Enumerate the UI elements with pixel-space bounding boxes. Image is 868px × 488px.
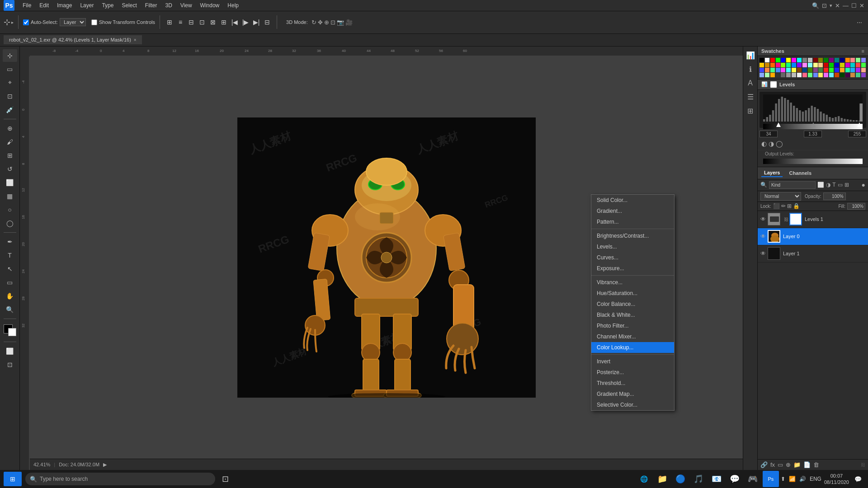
swatch-item[interactable] <box>770 63 775 67</box>
swatch-item[interactable] <box>840 58 844 62</box>
menu-select[interactable]: Select <box>118 1 140 9</box>
swatch-item[interactable] <box>818 73 823 77</box>
network-icon[interactable]: 📶 <box>789 476 796 482</box>
swatch-item[interactable] <box>813 58 818 62</box>
context-menu-item[interactable]: Levels... <box>591 241 674 252</box>
status-arrow-btn[interactable]: ▶ <box>103 462 107 468</box>
dodge-tool[interactable]: ◯ <box>3 217 17 230</box>
layer-item-levels1[interactable]: 👁 ⛓ Levels 1 <box>758 211 868 228</box>
panel-histogram-icon[interactable]: 📊 <box>745 50 756 61</box>
swatch-item[interactable] <box>861 68 866 72</box>
context-menu-item[interactable]: Selective Color... <box>591 399 674 410</box>
crop-tool[interactable]: ⊡ <box>3 90 17 103</box>
shape-filter-icon[interactable]: ▭ <box>838 182 843 188</box>
layer-effects-btn[interactable]: fx <box>770 461 775 468</box>
close-icon[interactable]: ✕ <box>835 2 840 9</box>
swatch-item[interactable] <box>781 58 785 62</box>
maximize-icon[interactable]: ☐ <box>851 2 857 9</box>
quick-mask-btn[interactable]: ⬜ <box>3 345 17 357</box>
ps-taskbar-icon[interactable]: Ps <box>763 471 779 487</box>
context-menu-item[interactable]: Brightness/Contrast... <box>591 230 674 241</box>
task-view-btn[interactable]: ⊡ <box>217 471 233 487</box>
chrome-taskbar-icon[interactable]: 🔵 <box>672 471 689 487</box>
swatch-item[interactable] <box>818 68 823 72</box>
swatch-item[interactable] <box>813 63 818 67</box>
move-tool-icon[interactable]: ⊹ <box>4 17 10 27</box>
menu-view[interactable]: View <box>177 1 196 9</box>
align-center-v-btn[interactable]: ⊠ <box>208 17 218 27</box>
menu-image[interactable]: Image <box>53 1 75 9</box>
3d-rotate-icon[interactable]: ↻ <box>311 19 316 26</box>
smart-filter-icon[interactable]: ⊞ <box>844 182 849 188</box>
menu-filter[interactable]: Filter <box>142 1 161 9</box>
foreground-background-colors[interactable] <box>3 324 17 337</box>
3d-roll-icon[interactable]: ⊕ <box>324 19 329 26</box>
levels-mid-input[interactable]: 1.33 <box>804 131 822 137</box>
eyedropper-tool[interactable]: 💉 <box>3 103 17 116</box>
levels-black-input[interactable]: 34 <box>760 131 778 137</box>
swatch-item[interactable] <box>835 68 839 72</box>
swatch-item[interactable] <box>802 73 807 77</box>
filter-toggle-btn[interactable]: ● <box>862 181 865 188</box>
swatch-item[interactable] <box>786 73 791 77</box>
levels-white-input[interactable]: 255 <box>848 131 866 137</box>
context-menu-item[interactable]: Channel Mixer... <box>591 331 674 342</box>
search-icon[interactable]: 🔍 <box>812 2 819 9</box>
align-bottom-btn[interactable]: ⊞ <box>219 17 229 27</box>
menu-help[interactable]: Help <box>224 1 242 9</box>
swatch-item[interactable] <box>802 68 807 72</box>
workspace-icon[interactable]: ⊡ <box>822 2 827 9</box>
swatch-item[interactable] <box>765 73 769 77</box>
swatch-item[interactable] <box>802 58 807 62</box>
new-fill-layer-btn[interactable]: ⊕ <box>786 461 791 468</box>
lock-position-btn[interactable]: ✏ <box>781 203 786 209</box>
explorer-taskbar-icon[interactable]: 📁 <box>654 471 670 487</box>
new-group-btn[interactable]: 📁 <box>793 461 801 468</box>
hand-tool[interactable]: ✋ <box>3 290 17 302</box>
document-tab[interactable]: robot_v2_02_1.exr @ 42.4% (Levels 1, Lay… <box>4 35 142 44</box>
delete-layer-btn[interactable]: 🗑 <box>813 461 819 468</box>
background-color[interactable] <box>8 328 16 336</box>
context-menu-item[interactable]: Gradient Map... <box>591 389 674 399</box>
swatch-item[interactable] <box>856 68 860 72</box>
path-select-tool[interactable]: ↖ <box>3 263 17 275</box>
context-menu-item[interactable]: Hue/Saturation... <box>591 288 674 299</box>
swatch-item[interactable] <box>765 58 769 62</box>
swatch-item[interactable] <box>770 58 775 62</box>
swatch-item[interactable] <box>792 63 796 67</box>
layer-select-dropdown[interactable]: Layer <box>60 18 86 26</box>
zoom-tool[interactable]: 🔍 <box>3 303 17 316</box>
swatch-item[interactable] <box>765 63 769 67</box>
swatch-item[interactable] <box>850 68 855 72</box>
swatch-item[interactable] <box>845 63 850 67</box>
adjustment-filter-icon[interactable]: ◑ <box>826 182 830 188</box>
swatch-item[interactable] <box>845 58 850 62</box>
context-menu-item[interactable]: Threshold... <box>591 378 674 389</box>
context-menu-item[interactable]: Gradient... <box>591 206 674 216</box>
swatch-item[interactable] <box>861 63 866 67</box>
align-center2-btn[interactable]: |▶ <box>241 17 250 27</box>
swatch-item[interactable] <box>840 68 844 72</box>
align-center-h-btn[interactable]: ≡ <box>175 17 185 27</box>
swatch-item[interactable] <box>760 73 764 77</box>
canvas-image[interactable]: 人人素材 RRCG 人人素材 RRCG RRCG 人人素材 RRCG 人人素材 <box>237 117 536 398</box>
swatch-item[interactable] <box>786 63 791 67</box>
shape-tool[interactable]: ▭ <box>3 276 17 289</box>
swatch-item[interactable] <box>829 73 834 77</box>
context-menu-item[interactable]: Color Lookup... <box>591 342 674 353</box>
doc-tab-close-btn[interactable]: × <box>134 38 137 42</box>
lock-pixels-btn[interactable]: ⬛ <box>773 203 780 209</box>
swatch-item[interactable] <box>824 73 828 77</box>
swatch-item[interactable] <box>845 68 850 72</box>
layer-visibility-layer1[interactable]: 👁 <box>760 250 766 257</box>
swatch-item[interactable] <box>813 73 818 77</box>
swatch-item[interactable] <box>808 68 812 72</box>
swatch-item[interactable] <box>797 58 802 62</box>
align-left-btn[interactable]: ⊞ <box>165 17 175 27</box>
context-menu-item[interactable]: Pattern... <box>591 216 674 227</box>
history-brush-tool[interactable]: ↺ <box>3 163 17 175</box>
camera-icon[interactable]: 📷 <box>337 19 344 26</box>
swatch-item[interactable] <box>835 63 839 67</box>
layer-item-layer1[interactable]: 👁 Layer 1 <box>758 245 868 263</box>
notification-btn[interactable]: 💬 <box>852 473 864 485</box>
